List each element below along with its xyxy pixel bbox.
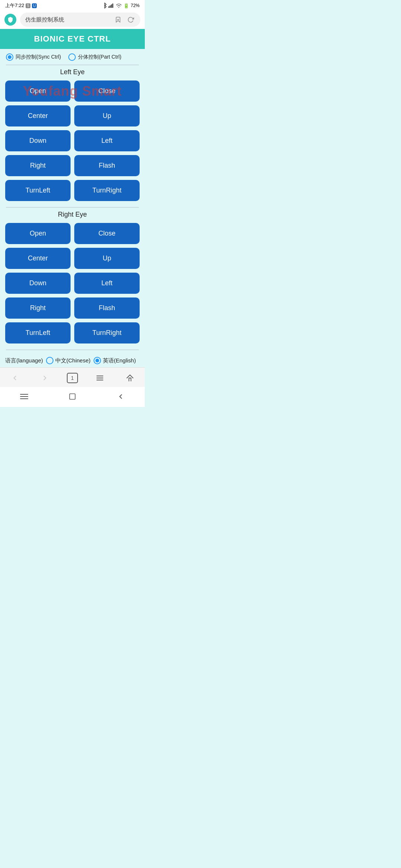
status-time: 上午7:22 (5, 2, 24, 9)
left-center-button[interactable]: Center (5, 105, 71, 126)
left-flash-button[interactable]: Flash (74, 155, 140, 176)
divider-top (6, 65, 139, 65)
part-ctrl-label: 分体控制(Part Ctrl) (78, 54, 121, 60)
sync-ctrl-label: 同步控制(Sync Ctrl) (16, 54, 61, 60)
left-btn-row-5: TurnLeft TurnRight (5, 180, 140, 201)
english-lang-radio[interactable] (94, 357, 101, 364)
system-back-button[interactable] (113, 391, 129, 402)
chinese-lang-radio[interactable] (46, 357, 53, 364)
left-open-button[interactable]: Open (5, 80, 71, 102)
right-eye-section: Right Eye Open Close Center Up Down Left… (0, 211, 145, 347)
bluetooth-icon (102, 3, 107, 9)
left-open-close-wrap: Open Close Youfang Smart (5, 80, 140, 102)
address-text: 仿生眼控制系统 (25, 16, 64, 23)
right-flash-button[interactable]: Flash (74, 297, 140, 319)
right-btn-row-2: Center Up (5, 248, 140, 269)
chinese-lang-option[interactable]: 中文(Chinese) (46, 357, 91, 364)
system-nav-bar (0, 387, 145, 407)
status-right: 🔋 72% (102, 3, 140, 9)
right-btn-row-4: Right Flash (5, 297, 140, 319)
language-label: 语言(language) (5, 357, 43, 364)
left-left-button[interactable]: Left (74, 130, 140, 151)
part-ctrl-radio[interactable] (68, 53, 76, 61)
right-turnleft-button[interactable]: TurnLeft (5, 322, 71, 343)
left-btn-row-1: Open Close (5, 80, 140, 102)
status-bar: 上午7:22 S U 🔋 72% (0, 0, 145, 10)
badge-msg: S (26, 3, 30, 8)
right-up-button[interactable]: Up (74, 248, 140, 269)
left-turnleft-button[interactable]: TurnLeft (5, 180, 71, 201)
system-menu-button[interactable] (16, 391, 32, 402)
left-btn-row-3: Down Left (5, 130, 140, 151)
browser-shield-icon (4, 14, 16, 26)
svg-rect-1 (110, 6, 111, 8)
right-open-button[interactable]: Open (5, 223, 71, 244)
right-down-button[interactable]: Down (5, 273, 71, 294)
svg-rect-12 (70, 394, 75, 400)
svg-rect-2 (111, 4, 112, 8)
divider-middle (6, 207, 139, 208)
refresh-icon[interactable] (126, 15, 135, 24)
browser-back-button[interactable] (7, 371, 23, 385)
browser-tabs-button[interactable]: 1 (67, 373, 78, 383)
chinese-lang-label: 中文(Chinese) (55, 357, 91, 364)
badge-u: U (32, 3, 37, 8)
app-title: BIONIC EYE CTRL (34, 34, 111, 43)
browser-nav-bar: 1 (0, 367, 145, 387)
right-right-button[interactable]: Right (5, 297, 71, 319)
right-close-button[interactable]: Close (74, 223, 140, 244)
tabs-count: 1 (71, 375, 74, 381)
left-btn-row-4: Right Flash (5, 155, 140, 176)
right-eye-title: Right Eye (5, 211, 140, 218)
wifi-icon (116, 3, 122, 8)
right-center-button[interactable]: Center (5, 248, 71, 269)
left-buttons-rest: Center Up Down Left Right Flash TurnLeft… (5, 105, 140, 201)
language-row: 语言(language) 中文(Chinese) 英语(English) (0, 352, 145, 367)
svg-rect-0 (108, 6, 110, 8)
app-header: BIONIC EYE CTRL (0, 29, 145, 49)
left-eye-title: Left Eye (5, 68, 140, 76)
address-bar: 仿生眼控制系统 (0, 10, 145, 29)
browser-forward-button[interactable] (37, 371, 53, 385)
status-left: 上午7:22 S U (5, 2, 37, 9)
battery-icon: 🔋 (123, 3, 129, 9)
left-turnright-button[interactable]: TurnRight (74, 180, 140, 201)
battery-level: 72% (131, 3, 140, 8)
right-left-button[interactable]: Left (74, 273, 140, 294)
divider-bottom (6, 349, 139, 350)
part-ctrl-option[interactable]: 分体控制(Part Ctrl) (68, 53, 121, 61)
sync-ctrl-radio[interactable] (6, 53, 13, 61)
control-mode-row: 同步控制(Sync Ctrl) 分体控制(Part Ctrl) (0, 49, 145, 62)
browser-menu-button[interactable] (92, 371, 108, 385)
address-input-wrap[interactable]: 仿生眼控制系统 (20, 13, 140, 27)
browser-home-button[interactable] (122, 371, 138, 385)
right-turnright-button[interactable]: TurnRight (74, 322, 140, 343)
app-content: BIONIC EYE CTRL 同步控制(Sync Ctrl) 分体控制(Par… (0, 29, 145, 367)
english-lang-option[interactable]: 英语(English) (94, 357, 136, 364)
left-down-button[interactable]: Down (5, 130, 71, 151)
signal-icon (108, 3, 114, 8)
svg-rect-3 (112, 4, 113, 8)
left-up-button[interactable]: Up (74, 105, 140, 126)
sync-ctrl-option[interactable]: 同步控制(Sync Ctrl) (6, 53, 61, 61)
left-btn-row-2: Center Up (5, 105, 140, 126)
bookmark-icon[interactable] (114, 15, 123, 24)
left-close-button[interactable]: Close (74, 80, 140, 102)
right-btn-row-3: Down Left (5, 273, 140, 294)
right-btn-row-1: Open Close (5, 223, 140, 244)
left-right-button[interactable]: Right (5, 155, 71, 176)
english-lang-label: 英语(English) (103, 357, 136, 364)
system-home-button[interactable] (64, 391, 81, 402)
right-btn-row-5: TurnLeft TurnRight (5, 322, 140, 343)
address-action-icons (114, 15, 135, 24)
left-eye-section: Left Eye Open Close Youfang Smart Center… (0, 68, 145, 205)
